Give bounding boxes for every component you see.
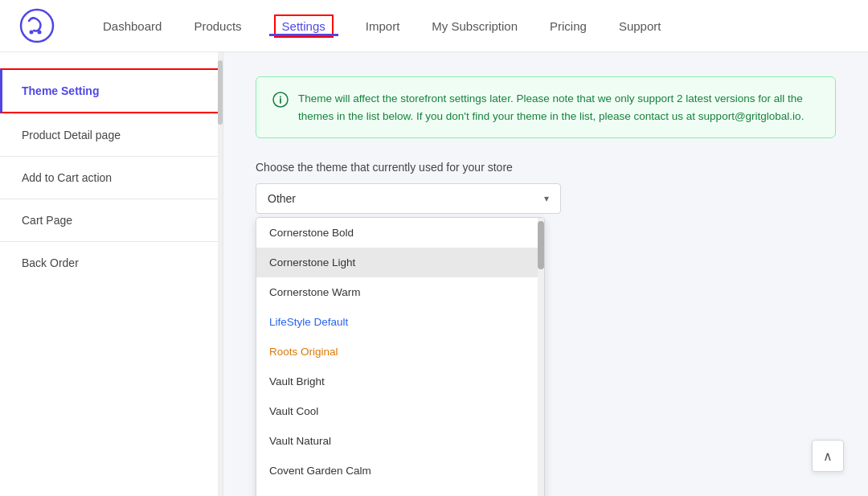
- theme-dropdown-value: Other: [268, 192, 296, 205]
- theme-dropdown-list: Cornerstone Bold Cornerstone Light Corne…: [256, 217, 545, 496]
- nav-item-my-subscription[interactable]: My Subscription: [432, 19, 518, 33]
- chevron-up-icon: ∧: [823, 449, 833, 464]
- page-layout: Theme Setting Product Detail page Add to…: [0, 52, 868, 496]
- dropdown-item-cornerstone-warm[interactable]: Cornerstone Warm: [256, 277, 544, 307]
- sidebar-scroll-thumb: [218, 60, 223, 125]
- dropdown-item-vault-natural[interactable]: Vault Natural: [256, 426, 544, 456]
- svg-point-2: [38, 31, 42, 35]
- nav-item-import[interactable]: Import: [366, 19, 400, 33]
- dropdown-scroll-thumb: [538, 221, 544, 269]
- nav-links: Dashboard Products Settings Import My Su…: [103, 14, 661, 38]
- sidebar: Theme Setting Product Detail page Add to…: [0, 52, 223, 496]
- dropdown-item-covent-garden-bright[interactable]: Covent Garden Bright: [256, 486, 544, 496]
- sidebar-item-product-detail-page[interactable]: Product Detail page: [0, 114, 223, 156]
- dropdown-item-lifestyle-default[interactable]: LifeStyle Default: [256, 307, 544, 337]
- scroll-to-top-button[interactable]: ∧: [812, 440, 844, 472]
- sidebar-item-back-order[interactable]: Back Order: [0, 242, 223, 284]
- nav-item-settings[interactable]: Settings: [274, 14, 334, 38]
- dropdown-item-covent-garden-calm[interactable]: Covent Garden Calm: [256, 456, 544, 486]
- dropdown-item-cornerstone-bold[interactable]: Cornerstone Bold: [256, 218, 544, 248]
- dropdown-item-cornerstone-light[interactable]: Cornerstone Light: [256, 248, 544, 277]
- svg-point-0: [21, 10, 53, 42]
- alert-text: Theme will affect the storefront setting…: [298, 90, 819, 125]
- top-nav: Dashboard Products Settings Import My Su…: [0, 0, 868, 52]
- theme-dropdown-selected[interactable]: Other ▾: [256, 183, 561, 214]
- main-content: Theme will affect the storefront setting…: [223, 52, 868, 496]
- dropdown-scrollbar: [538, 218, 544, 496]
- dropdown-item-vault-bright[interactable]: Vault Bright: [256, 367, 544, 396]
- nav-item-pricing[interactable]: Pricing: [550, 19, 587, 33]
- sidebar-item-cart-page[interactable]: Cart Page: [0, 199, 223, 241]
- app-logo[interactable]: [19, 8, 55, 43]
- dropdown-item-roots-original[interactable]: Roots Original: [256, 337, 544, 367]
- info-circle-icon: [272, 92, 289, 108]
- alert-banner: Theme will affect the storefront setting…: [256, 76, 836, 138]
- theme-dropdown-list-inner: Cornerstone Bold Cornerstone Light Corne…: [256, 218, 544, 496]
- nav-item-dashboard[interactable]: Dashboard: [103, 19, 162, 33]
- nav-item-products[interactable]: Products: [194, 19, 241, 33]
- sidebar-item-theme-setting[interactable]: Theme Setting: [0, 68, 223, 113]
- svg-point-1: [30, 31, 34, 35]
- svg-point-5: [280, 96, 281, 98]
- theme-dropdown-container: Other ▾ Cornerstone Bold Cornerstone Lig…: [256, 183, 561, 214]
- dropdown-item-vault-cool[interactable]: Vault Cool: [256, 396, 544, 426]
- chevron-down-icon: ▾: [544, 193, 549, 204]
- sidebar-item-add-to-cart-action[interactable]: Add to Cart action: [0, 157, 223, 199]
- nav-item-support[interactable]: Support: [619, 19, 661, 33]
- theme-selector-label: Choose the theme that currently used for…: [256, 161, 836, 174]
- sidebar-scrollbar: [218, 52, 223, 496]
